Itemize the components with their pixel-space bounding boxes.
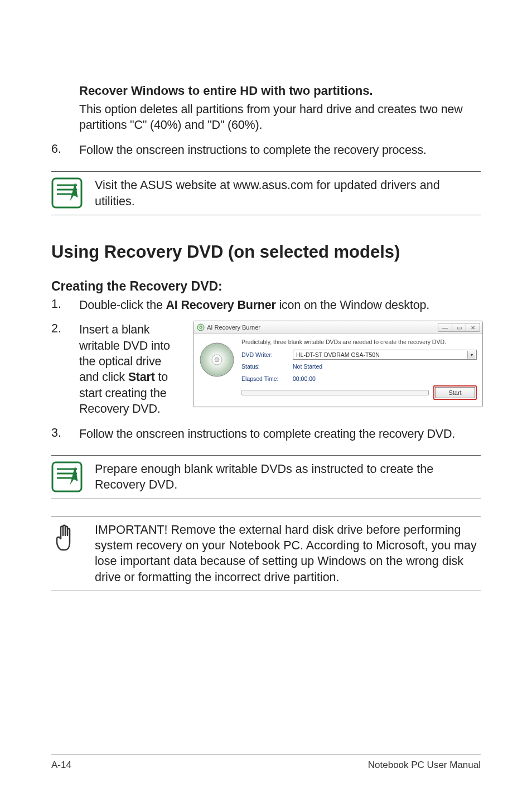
disc-icon bbox=[199, 342, 235, 378]
step-3: 3. Follow the onscreen instructions to c… bbox=[51, 426, 481, 442]
important-text: IMPORTANT! Remove the external hard disk… bbox=[95, 522, 481, 586]
step-2-body: Insert a blank writable DVD into the opt… bbox=[79, 322, 483, 417]
progress-bar bbox=[241, 390, 429, 395]
note-prepare-dvds-text: Prepare enough blank writable DVDs as in… bbox=[95, 461, 481, 493]
elapsed-label: Elapsed Time: bbox=[241, 375, 293, 382]
recover-option-title: Recover Windows to entire HD with two pa… bbox=[79, 84, 481, 98]
svg-point-2 bbox=[200, 326, 202, 328]
start-button-highlight: Start bbox=[433, 385, 477, 400]
step-2-number: 2. bbox=[51, 322, 79, 417]
note-visit-asus: Visit the ASUS website at www.asus.com f… bbox=[51, 171, 481, 215]
step-1-bold: AI Recovery Burner bbox=[166, 298, 276, 312]
minimize-button[interactable]: — bbox=[438, 323, 452, 332]
step-6: 6. Follow the onscreen instructions to c… bbox=[51, 142, 481, 158]
window-controls: — ▭ ✕ bbox=[438, 323, 480, 332]
svg-rect-0 bbox=[52, 178, 81, 207]
step-1-post: icon on the Window desktop. bbox=[276, 298, 429, 312]
step-1-number: 1. bbox=[51, 297, 79, 313]
step-1-text: Double-click the AI Recovery Burner icon… bbox=[79, 297, 481, 313]
page-footer: A-14 Notebook PC User Manual bbox=[51, 755, 481, 771]
status-value: Not Started bbox=[293, 363, 322, 370]
status-label: Status: bbox=[241, 363, 293, 370]
step-2: 2. Insert a blank writable DVD into the … bbox=[51, 322, 481, 417]
page-number: A-14 bbox=[51, 760, 71, 771]
step-3-text: Follow the onscreen instructions to comp… bbox=[79, 426, 481, 442]
dropdown-arrow-icon: ▾ bbox=[467, 351, 475, 359]
svg-rect-6 bbox=[52, 462, 81, 491]
close-button[interactable]: ✕ bbox=[466, 323, 480, 332]
svg-point-5 bbox=[215, 357, 219, 362]
ai-recovery-burner-window: AI Recovery Burner — ▭ ✕ bbox=[193, 321, 483, 407]
step-1-pre: Double-click the bbox=[79, 298, 166, 312]
step-6-number: 6. bbox=[51, 142, 79, 158]
recover-option-desc: This option deletes all partitions from … bbox=[79, 102, 481, 133]
footer-title: Notebook PC User Manual bbox=[368, 760, 481, 771]
step-1: 1. Double-click the AI Recovery Burner i… bbox=[51, 297, 481, 313]
dvd-writer-dropdown[interactable]: HL-DT-ST DVDRAM GSA-T50N ▾ bbox=[293, 350, 477, 360]
elapsed-value: 00:00:00 bbox=[293, 375, 316, 382]
step-2-bold: Start bbox=[128, 370, 155, 384]
window-titlebar: AI Recovery Burner — ▭ ✕ bbox=[194, 321, 482, 334]
note-icon bbox=[51, 177, 83, 209]
note-visit-asus-text: Visit the ASUS website at www.asus.com f… bbox=[95, 177, 481, 209]
dvd-writer-value: HL-DT-ST DVDRAM GSA-T50N bbox=[296, 351, 380, 358]
section-heading: Using Recovery DVD (on selected models) bbox=[51, 242, 481, 262]
important-box: IMPORTANT! Remove the external hard disk… bbox=[51, 516, 481, 592]
hand-icon bbox=[51, 522, 83, 553]
dvd-writer-label: DVD Writer: bbox=[241, 351, 293, 358]
note-prepare-dvds: Prepare enough blank writable DVDs as in… bbox=[51, 455, 481, 499]
start-button[interactable]: Start bbox=[435, 387, 475, 398]
step-2-text: Insert a blank writable DVD into the opt… bbox=[79, 322, 183, 417]
burner-note: Predictably, three blank writable DVDs a… bbox=[241, 339, 477, 345]
note-icon bbox=[51, 461, 83, 492]
step-3-number: 3. bbox=[51, 426, 79, 442]
app-icon bbox=[197, 323, 205, 331]
step-6-text: Follow the onscreen instructions to comp… bbox=[79, 142, 481, 158]
recover-option-block: Recover Windows to entire HD with two pa… bbox=[51, 84, 481, 133]
maximize-button[interactable]: ▭ bbox=[452, 323, 466, 332]
subheading: Creating the Recovery DVD: bbox=[51, 279, 481, 294]
window-title: AI Recovery Burner bbox=[207, 324, 260, 331]
